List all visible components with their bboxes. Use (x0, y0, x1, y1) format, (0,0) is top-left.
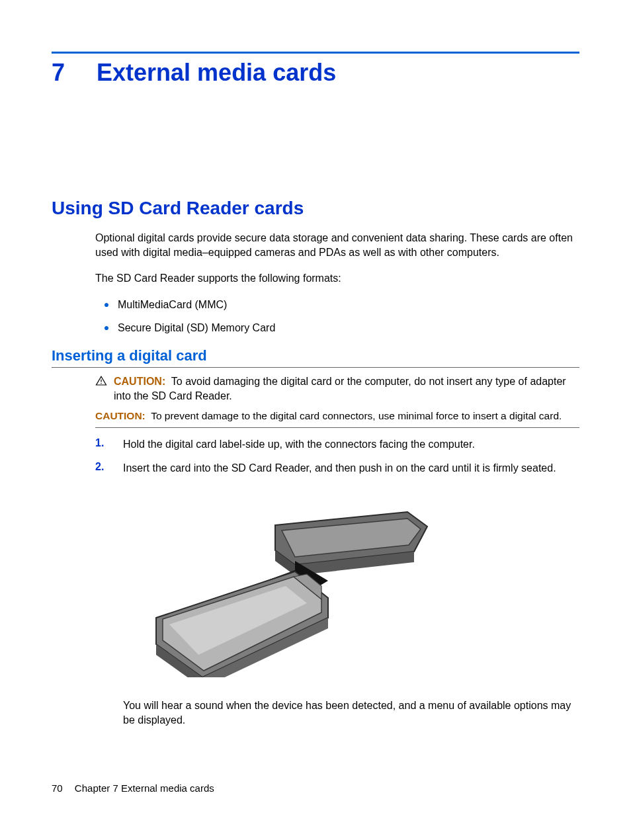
after-figure-text: You will hear a sound when the device ha… (123, 698, 579, 727)
subsection-heading: Inserting a digital card (52, 347, 579, 364)
list-item: ● Secure Digital (SD) Memory Card (95, 321, 579, 335)
page-number: 70 (52, 782, 63, 794)
caution-label: CAUTION: (95, 410, 146, 421)
section-heading: Using SD Card Reader cards (52, 198, 579, 219)
bullet-icon: ● (95, 298, 118, 311)
body-content: Optional digital cards provide secure da… (95, 231, 579, 335)
caution-text: CAUTION: To avoid damaging the digital c… (114, 374, 579, 403)
footer-chapter-label: Chapter 7 External media cards (75, 782, 214, 794)
caution-1: CAUTION: To avoid damaging the digital c… (95, 374, 579, 403)
caution-label: CAUTION: (114, 376, 165, 387)
top-rule (52, 52, 579, 54)
step-number: 1. (95, 437, 123, 449)
format-list: ● MultiMediaCard (MMC) ● Secure Digital … (95, 298, 579, 335)
step-number: 2. (95, 461, 123, 473)
intro-paragraph-2: The SD Card Reader supports the followin… (95, 271, 579, 286)
step-text: Hold the digital card label-side up, wit… (123, 437, 475, 452)
chapter-number: 7 (52, 59, 65, 87)
intro-paragraph-1: Optional digital cards provide secure da… (95, 231, 579, 259)
bullet-icon: ● (95, 321, 118, 334)
caution-body: To avoid damaging the digital card or th… (114, 376, 566, 401)
subsection-heading-wrap: Inserting a digital card (52, 347, 579, 368)
bullet-text: Secure Digital (SD) Memory Card (118, 321, 275, 335)
document-page: 7 External media cards Using SD Card Rea… (0, 0, 631, 840)
bullet-text: MultiMediaCard (MMC) (118, 298, 227, 312)
step-text: Insert the card into the SD Card Reader,… (123, 461, 556, 476)
steps-list: 1. Hold the digital card label-side up, … (95, 437, 579, 475)
chapter-heading: 7 External media cards (52, 59, 579, 87)
caution-body: To prevent damage to the digital card co… (151, 410, 562, 421)
svg-point-1 (101, 383, 102, 384)
sd-card-insertion-illustration (123, 492, 579, 680)
step-item: 1. Hold the digital card label-side up, … (95, 437, 579, 452)
page-footer: 70 Chapter 7 External media cards (52, 782, 214, 794)
chapter-title: External media cards (97, 59, 336, 87)
list-item: ● MultiMediaCard (MMC) (95, 298, 579, 312)
step-item: 2. Insert the card into the SD Card Read… (95, 461, 579, 476)
warning-triangle-icon (95, 375, 110, 390)
caution-2: CAUTION: To prevent damage to the digita… (95, 409, 579, 428)
